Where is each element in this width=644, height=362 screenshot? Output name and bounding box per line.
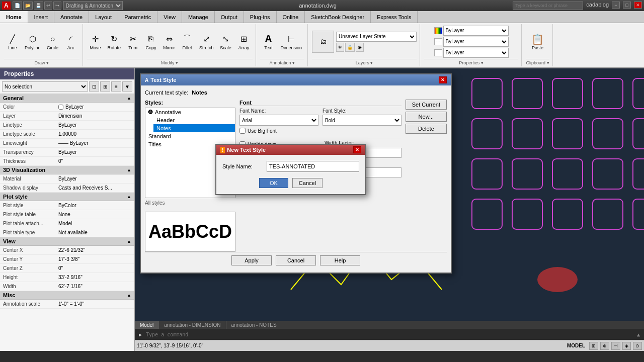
layer-freeze-btn[interactable]: ❄ [336, 43, 344, 52]
move-btn[interactable]: ✛Move [87, 32, 104, 52]
panel-icon-btn-3[interactable]: ≡ [111, 81, 121, 92]
text-style-close-btn[interactable]: ✕ [439, 76, 447, 83]
tab-annotation-dim[interactable]: annotation - DIMENSION [159, 321, 226, 329]
tab-layout[interactable]: Layout [89, 11, 118, 23]
tab-model[interactable]: Model [135, 321, 159, 329]
panel-toggle-btn[interactable]: ▼ [122, 81, 132, 92]
lineweight-select[interactable]: ByLayer [443, 48, 509, 58]
prop-ps-label: Plot style [3, 203, 58, 208]
tab-express[interactable]: Express Tools [371, 11, 418, 23]
array-btn[interactable]: ⊞Array [235, 32, 253, 52]
layer-state-select[interactable]: Unsaved Layer State [336, 32, 417, 42]
new-text-style-close-btn[interactable]: ✕ [353, 146, 361, 153]
tab-sketchbook[interactable]: SketchBook Designer [305, 11, 371, 23]
section-3d[interactable]: 3D Visualization ▲ [0, 166, 134, 174]
color-checkbox[interactable] [58, 105, 63, 110]
stretch-btn[interactable]: ⤢Stretch [197, 32, 216, 52]
tab-online[interactable]: Online [277, 11, 305, 23]
fillet-btn[interactable]: ⌒Fillet [179, 32, 196, 52]
search-input[interactable] [513, 2, 583, 10]
modify-group-label: Modify ▾ [87, 59, 253, 65]
command-scroll-btn[interactable]: ▲ [637, 332, 640, 337]
new-text-style-dialog: ! New Text Style ✕ Style Name: OK Cancel [215, 144, 366, 195]
prop-thickness: Thickness0" [0, 157, 134, 166]
status-grid-btn[interactable]: ⊞ [589, 342, 598, 350]
tab-annotation-notes[interactable]: annotation - NOTES [226, 321, 282, 329]
style-notes[interactable]: Notes [153, 124, 235, 132]
style-standard[interactable]: Standard [145, 132, 235, 140]
redo-btn[interactable]: ↪ [53, 2, 61, 10]
tab-manage[interactable]: Manage [182, 11, 215, 23]
command-input[interactable] [146, 332, 297, 337]
scale-btn[interactable]: ⤡Scale [217, 32, 234, 52]
save-btn[interactable]: 💾 [34, 2, 43, 10]
panel-icon-btn-2[interactable]: ⊞ [100, 81, 110, 92]
font-name-select[interactable]: Arial [239, 115, 318, 126]
status-snap-btn[interactable]: ⊕ [600, 342, 609, 350]
status-icons: ⊞ ⊕ ⊣ ◈ ⊙ [589, 342, 642, 350]
ok-btn[interactable]: OK [259, 178, 288, 188]
linetype-preview: --- [434, 38, 442, 45]
help-btn[interactable]: Help [320, 255, 360, 265]
new-btn[interactable]: 📄 [13, 2, 22, 10]
mirror-btn[interactable]: ⇔Mirror [160, 32, 178, 52]
title-bar-left: A 📄 📂 💾 ↩ ↪ Drafting & Annotation [2, 1, 123, 10]
panel-icon-btn-1[interactable]: ⊡ [89, 81, 99, 92]
tab-insert[interactable]: Insert [28, 11, 55, 23]
rotate-btn[interactable]: ↻Rotate [105, 32, 124, 52]
svg-point-21 [537, 267, 578, 292]
font-style-select[interactable]: Bold [323, 115, 401, 126]
paste-btn[interactable]: 📋Paste [529, 32, 546, 52]
prop-color-value: ByLayer [58, 104, 131, 110]
sub-cancel-btn[interactable]: Cancel [292, 178, 323, 188]
use-big-font-checkbox[interactable] [239, 128, 246, 134]
style-header[interactable]: Header [153, 116, 235, 124]
prop-plotstyle: Plot styleByColor [0, 201, 134, 210]
color-select[interactable]: ByLayer [443, 26, 509, 36]
layer-lock-btn[interactable]: 🔒 [345, 43, 355, 52]
tab-annotate[interactable]: Annotate [54, 11, 89, 23]
tab-home[interactable]: Home [0, 11, 28, 23]
dimension-label: Dimension [281, 45, 302, 50]
section-view[interactable]: View ▲ [0, 237, 134, 246]
section-misc[interactable]: Misc ▲ [0, 291, 134, 300]
section-general[interactable]: General ▲ [0, 94, 134, 103]
delete-style-btn[interactable]: Delete [406, 124, 447, 134]
prop-material-value: ByLayer [58, 176, 131, 182]
set-current-btn[interactable]: Set Current [406, 100, 447, 110]
arc-btn[interactable]: ◜Arc [62, 32, 79, 52]
circle-btn[interactable]: ○Circle [44, 32, 61, 52]
filename-label: annotation.dwg [299, 3, 337, 9]
apply-btn[interactable]: Apply [231, 255, 272, 265]
style-annotative-icon: 🅐 [148, 110, 153, 115]
status-polar-btn[interactable]: ◈ [622, 342, 631, 350]
copy-btn[interactable]: ⎘Copy [142, 32, 159, 52]
undo-btn[interactable]: ↩ [44, 2, 52, 10]
maximize-btn[interactable]: □ [623, 2, 631, 9]
section-plot[interactable]: Plot style ▲ [0, 193, 134, 201]
new-style-btn[interactable]: New... [406, 112, 447, 122]
status-osnap-btn[interactable]: ⊙ [633, 342, 642, 350]
polyline-btn[interactable]: ⬡Polyline [22, 32, 43, 52]
tab-plugins[interactable]: Plug-ins [244, 11, 277, 23]
selection-dropdown[interactable]: No selection [2, 81, 88, 92]
minimize-btn[interactable]: − [612, 2, 620, 9]
text-btn[interactable]: AText [260, 32, 277, 52]
dimension-btn[interactable]: ⊢Dimension [278, 32, 305, 52]
workspace-select[interactable]: Drafting & Annotation [63, 1, 123, 10]
style-annotative[interactable]: 🅐 Annotative [145, 108, 235, 116]
tab-parametric[interactable]: Parametric [118, 11, 157, 23]
layer-properties-btn[interactable]: 🗂 [312, 31, 334, 53]
trim-btn[interactable]: ✂Trim [124, 32, 141, 52]
style-name-input[interactable] [267, 161, 359, 172]
close-btn[interactable]: ✕ [634, 2, 642, 9]
open-btn[interactable]: 📂 [23, 2, 33, 10]
status-ortho-btn[interactable]: ⊣ [611, 342, 620, 350]
dialog-cancel-btn[interactable]: Cancel [276, 255, 316, 265]
tab-output[interactable]: Output [215, 11, 244, 23]
layer-dim-btn[interactable]: ◉ [356, 43, 364, 52]
tab-view[interactable]: View [157, 11, 182, 23]
prop-linetype: Linetype ByLayer [0, 121, 134, 130]
linetype-select[interactable]: ByLayer [443, 37, 509, 47]
line-btn[interactable]: ╱Line [4, 32, 21, 52]
